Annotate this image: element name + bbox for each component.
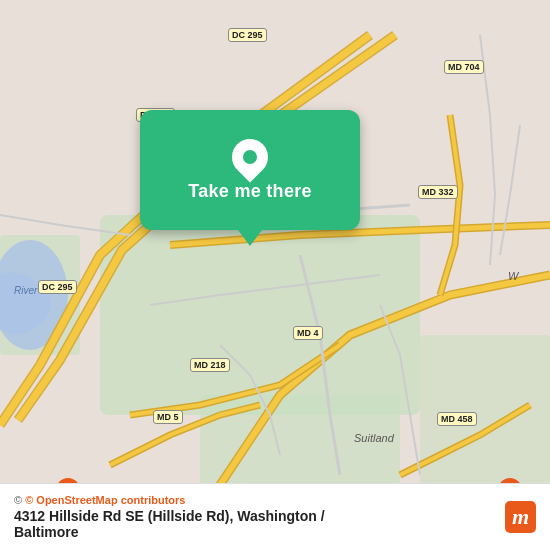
address-text: 4312 Hillside Rd SE (Hillside Rd), Washi… [14, 508, 325, 540]
label-dc295-bot: DC 295 [38, 280, 77, 294]
take-me-there-button[interactable]: Take me there [188, 181, 312, 202]
location-pin-icon [232, 139, 268, 175]
label-dc295-top: DC 295 [228, 28, 267, 42]
callout-bubble[interactable]: Take me there [140, 110, 360, 230]
moovit-brand-icon: m [505, 501, 536, 533]
label-md4: MD 4 [293, 326, 323, 340]
label-md332: MD 332 [418, 185, 458, 199]
address-line1: 4312 Hillside Rd SE (Hillside Rd), Washi… [14, 508, 325, 524]
osm-link[interactable]: © OpenStreetMap contributors [25, 494, 185, 506]
address-line2: Baltimore [14, 524, 79, 540]
label-river: River [14, 285, 37, 296]
svg-rect-2 [420, 335, 550, 485]
map-container: DC 295 DC 295 DC 295 MD 704 MD 332 MD 4 … [0, 0, 550, 550]
bottom-bar: © © OpenStreetMap contributors 4312 Hill… [0, 483, 550, 550]
road-svg [0, 0, 550, 550]
address-section: © © OpenStreetMap contributors 4312 Hill… [14, 494, 325, 540]
label-md704: MD 704 [444, 60, 484, 74]
label-md458: MD 458 [437, 412, 477, 426]
label-md218: MD 218 [190, 358, 230, 372]
label-md5: MD 5 [153, 410, 183, 424]
moovit-logo: m [505, 501, 536, 533]
label-suitland: Suitland [354, 432, 394, 444]
osm-attribution: © © OpenStreetMap contributors [14, 494, 325, 506]
label-w: W [508, 270, 518, 282]
copyright-symbol: © [14, 494, 25, 506]
